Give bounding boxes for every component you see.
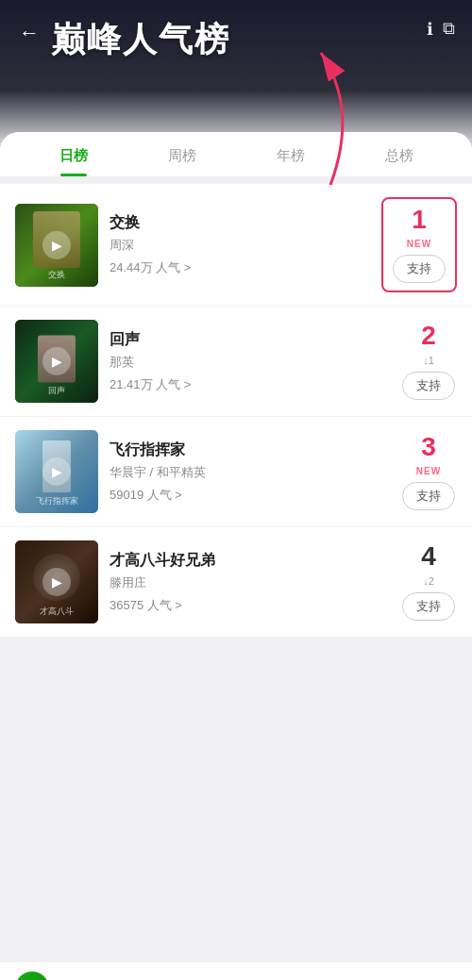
back-button[interactable]: ← (19, 21, 40, 45)
song-artist-2: 那英 (110, 354, 389, 371)
rank-change-4: ↓2 (423, 575, 434, 587)
header: ← 巅峰人气榜 ℹ ⧉ (0, 0, 472, 151)
rank-box-1: 1 NEW 支持 (381, 197, 457, 292)
album-art-1[interactable]: 交换 ▶ (15, 204, 98, 287)
song-artist-1: 周深 (110, 237, 370, 254)
tabs-bar: 日榜 周榜 年榜 总榜 (0, 132, 472, 176)
share-icon[interactable]: ⧉ (443, 19, 455, 40)
list-item: 飞行指挥家 ▶ 飞行指挥家 华晨宇 / 和平精英 59019 人气 > 3 NE… (0, 417, 472, 527)
rank-number-3: 3 (421, 434, 436, 460)
support-button-4[interactable]: 支持 (402, 592, 455, 621)
album-art-text-4: 才高八斗 (19, 606, 94, 618)
song-popularity-3[interactable]: 59019 人气 > (110, 487, 389, 504)
album-art-4[interactable]: 才高八斗 ▶ (15, 540, 98, 623)
tab-weekly[interactable]: 周榜 (127, 132, 236, 176)
song-title-1: 交换 (110, 213, 370, 233)
list-item: 才高八斗 ▶ 才高八斗好兄弟 滕用庄 36575 人气 > 4 ↓2 支持 (0, 527, 472, 638)
tab-total[interactable]: 总榜 (345, 132, 453, 176)
rank-change-2: ↓1 (423, 355, 434, 366)
play-icon-2[interactable]: ▶ (42, 347, 71, 375)
tab-yearly[interactable]: 年榜 (236, 132, 345, 176)
song-popularity-1[interactable]: 24.44万 人气 > (110, 259, 370, 276)
song-info-3: 飞行指挥家 华晨宇 / 和平精英 59019 人气 > (110, 440, 389, 504)
play-icon-3[interactable]: ▶ (42, 457, 71, 486)
tab-daily[interactable]: 日榜 (19, 132, 127, 176)
song-artist-4: 滕用庄 (110, 574, 389, 591)
song-info-2: 回声 那英 21.41万 人气 > (110, 330, 389, 393)
rank-area-2: 2 ↓1 支持 (400, 323, 457, 400)
song-popularity-4[interactable]: 36575 人气 > (110, 597, 389, 614)
song-info-4: 才高八斗好兄弟 滕用庄 36575 人气 > (110, 551, 389, 614)
song-title-4: 才高八斗好兄弟 (110, 551, 389, 571)
album-art-text-3: 飞行指挥家 (19, 496, 94, 507)
play-icon-4[interactable]: ▶ (42, 568, 71, 596)
rank-badge-3: NEW (416, 466, 441, 476)
album-art-2[interactable]: 回声 ▶ (15, 320, 98, 403)
info-icon[interactable]: ℹ (427, 19, 433, 40)
rank-number-4: 4 (421, 543, 436, 570)
play-icon[interactable]: ▶ (42, 231, 71, 259)
rank-area-4: 4 ↓2 支持 (400, 543, 457, 621)
song-title-2: 回声 (110, 330, 389, 350)
song-popularity-2[interactable]: 21.41万 人气 > (110, 376, 389, 393)
song-list: 交换 ▶ 交换 周深 24.44万 人气 > 1 NEW 支持 回声 ▶ (0, 184, 472, 638)
album-art-text: 交换 (19, 270, 94, 281)
album-art-text-2: 回声 (19, 386, 94, 397)
song-info-1: 交换 周深 24.44万 人气 > (110, 213, 370, 276)
bottom-bar: ♪ QQ音乐 让音乐充满活力乐 咖 绿茵 www.kalvin.cn (0, 961, 472, 980)
rank-number-1: 1 (412, 207, 427, 233)
song-artist-3: 华晨宇 / 和平精英 (110, 464, 389, 481)
song-title-3: 飞行指挥家 (110, 440, 389, 460)
rank-badge-1: NEW (407, 239, 431, 249)
rank-area-3: 3 NEW 支持 (400, 434, 457, 510)
list-item: 交换 ▶ 交换 周深 24.44万 人气 > 1 NEW 支持 (0, 184, 472, 307)
album-art-3[interactable]: 飞行指挥家 ▶ (15, 430, 98, 513)
music-note-icon: ♪ (15, 972, 49, 980)
support-button-1[interactable]: 支持 (393, 255, 446, 283)
list-item: 回声 ▶ 回声 那英 21.41万 人气 > 2 ↓1 支持 (0, 307, 472, 417)
support-button-2[interactable]: 支持 (402, 372, 455, 400)
header-icons: ℹ ⧉ (427, 19, 455, 40)
rank-number-2: 2 (421, 323, 436, 349)
page-title: 巅峰人气榜 (51, 17, 230, 63)
support-button-3[interactable]: 支持 (402, 482, 455, 510)
content-area: 日榜 周榜 年榜 总榜 交换 ▶ 交换 周深 24.44万 人气 > 1 NEW… (0, 132, 472, 961)
